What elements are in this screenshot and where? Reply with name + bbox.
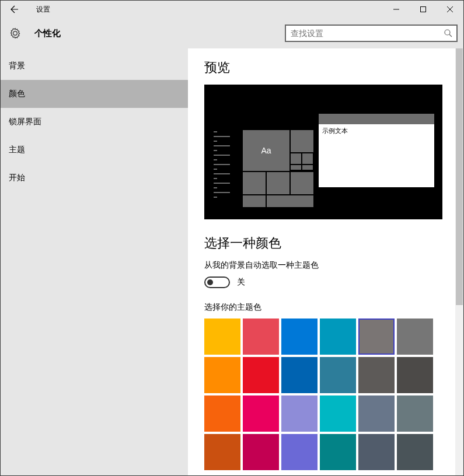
color-swatch-0[interactable] <box>204 318 240 355</box>
preview-tile-aa: Aa <box>243 130 289 171</box>
accent-color-label: 选择你的主题色 <box>204 302 455 313</box>
sidebar-item-label: 颜色 <box>9 89 25 99</box>
svg-point-1 <box>445 30 450 35</box>
auto-accent-label: 从我的背景自动选取一种主题色 <box>204 260 455 271</box>
color-swatch-18[interactable] <box>204 434 240 470</box>
color-swatch-20[interactable] <box>281 434 318 470</box>
toggle-state-label: 关 <box>237 277 245 288</box>
back-arrow-icon <box>10 5 19 14</box>
color-swatch-3[interactable] <box>320 318 356 355</box>
vertical-scrollbar[interactable] <box>455 48 463 475</box>
preview-heading: 预览 <box>204 59 455 76</box>
color-swatch-23[interactable] <box>397 434 433 470</box>
sidebar-item-label: 开始 <box>9 173 25 183</box>
color-swatch-21[interactable] <box>320 434 356 470</box>
color-swatch-11[interactable] <box>397 357 433 393</box>
choose-color-heading: 选择一种颜色 <box>204 235 455 252</box>
color-swatch-12[interactable] <box>204 396 240 432</box>
color-swatch-4[interactable] <box>358 318 395 355</box>
sidebar-item-label: 主题 <box>9 145 25 155</box>
sidebar-item-background[interactable]: 背景 <box>1 52 188 80</box>
preview-sample-text: 示例文本 <box>319 124 434 187</box>
page-title: 个性化 <box>34 28 61 39</box>
color-swatch-13[interactable] <box>243 396 279 432</box>
sidebar-item-label: 锁屏界面 <box>9 117 41 127</box>
titlebar: 设置 <box>1 1 463 18</box>
color-swatch-19[interactable] <box>243 434 279 470</box>
minimize-button[interactable] <box>383 1 410 18</box>
sidebar-item-lockscreen[interactable]: 锁屏界面 <box>1 108 188 136</box>
color-grid <box>204 318 442 470</box>
content-wrapper: 预览 Aa <box>188 48 463 475</box>
sidebar-item-label: 背景 <box>9 61 25 71</box>
color-swatch-16[interactable] <box>358 396 395 432</box>
auto-accent-toggle[interactable] <box>204 276 230 288</box>
sidebar-item-start[interactable]: 开始 <box>1 164 188 192</box>
color-swatch-2[interactable] <box>281 318 318 355</box>
search-icon <box>444 29 453 38</box>
window-controls <box>383 1 463 18</box>
body: 背景 颜色 锁屏界面 主题 开始 预览 <box>1 48 463 475</box>
close-icon <box>447 6 453 12</box>
sidebar-item-colors[interactable]: 颜色 <box>1 80 188 108</box>
search-input[interactable] <box>285 24 458 42</box>
content: 预览 Aa <box>188 48 455 475</box>
color-swatch-15[interactable] <box>320 396 356 432</box>
color-swatch-17[interactable] <box>397 396 433 432</box>
color-swatch-10[interactable] <box>358 357 395 393</box>
auto-accent-toggle-row: 关 <box>204 276 455 288</box>
scrollbar-thumb[interactable] <box>456 48 463 305</box>
color-swatch-8[interactable] <box>281 357 318 393</box>
gear-icon <box>9 27 22 40</box>
sidebar-item-themes[interactable]: 主题 <box>1 136 188 164</box>
maximize-icon <box>420 6 426 12</box>
preview-menu-lines <box>214 131 230 201</box>
back-button[interactable] <box>1 1 28 18</box>
color-swatch-14[interactable] <box>281 396 318 432</box>
preview-box: Aa <box>204 85 442 219</box>
maximize-button[interactable] <box>410 1 437 18</box>
svg-rect-0 <box>421 7 426 12</box>
color-swatch-9[interactable] <box>320 357 356 393</box>
color-swatch-22[interactable] <box>358 434 395 470</box>
color-swatch-1[interactable] <box>243 318 279 355</box>
preview-tiles: Aa <box>243 130 315 208</box>
sidebar: 背景 颜色 锁屏界面 主题 开始 <box>1 48 188 475</box>
minimize-icon <box>393 6 399 12</box>
search-container <box>285 24 458 42</box>
close-button[interactable] <box>437 1 463 18</box>
settings-window: 设置 个性化 背景 颜色 锁屏界面 主题 开始 <box>0 0 464 476</box>
preview-sample-window: 示例文本 <box>319 114 434 187</box>
preview-sample-titlebar <box>319 114 434 124</box>
color-swatch-5[interactable] <box>397 318 433 355</box>
toggle-knob <box>207 279 213 285</box>
color-swatch-7[interactable] <box>243 357 279 393</box>
window-title: 设置 <box>36 5 50 15</box>
color-swatch-6[interactable] <box>204 357 240 393</box>
